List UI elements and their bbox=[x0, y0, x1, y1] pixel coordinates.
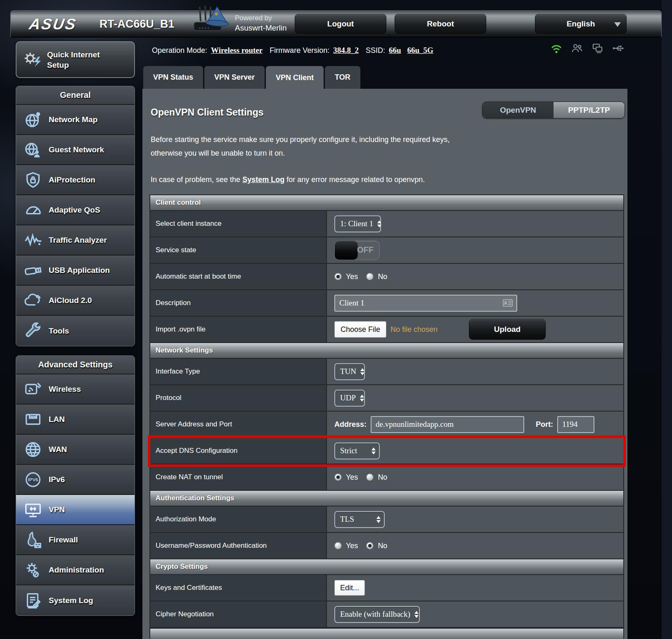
tab-vpn-client[interactable]: VPN Client bbox=[266, 66, 324, 90]
chevron-down-icon bbox=[614, 22, 621, 27]
vpn-type-switch: OpenVPN PPTP/L2TP bbox=[482, 102, 625, 118]
server-address-input[interactable] bbox=[371, 416, 524, 433]
intro-line1: Before starting the service make sure yo… bbox=[151, 133, 514, 147]
sidebar-item-label: LAN bbox=[49, 415, 65, 424]
server-port-input[interactable] bbox=[557, 416, 594, 433]
sidebar-item-lan[interactable]: LAN bbox=[16, 405, 135, 435]
row-label: Username/Password Authentication bbox=[150, 533, 327, 559]
openvpn-tab-button[interactable]: OpenVPN bbox=[483, 102, 554, 118]
reboot-button[interactable]: Reboot bbox=[395, 14, 486, 34]
radio-label: No bbox=[378, 542, 387, 550]
sidebar-item-adaptive-qos[interactable]: Adaptive QoS bbox=[16, 195, 135, 225]
edit-keys-button[interactable]: Edit... bbox=[334, 580, 365, 596]
system-log-link[interactable]: System Log bbox=[242, 175, 284, 184]
userpass-no-radio[interactable] bbox=[366, 542, 374, 549]
radio-label: Yes bbox=[346, 272, 358, 281]
select-arrows-icon bbox=[360, 368, 364, 375]
row-label: Accept DNS Configuration bbox=[150, 438, 327, 464]
description-input[interactable] bbox=[334, 295, 517, 312]
log-document-icon bbox=[24, 591, 43, 610]
choose-file-button[interactable]: Choose File bbox=[334, 321, 386, 338]
userpass-yes-radio[interactable] bbox=[334, 542, 342, 549]
top-banner: ASUS RT-AC66U_B1 Powered by Asuswrt-Merl… bbox=[10, 10, 662, 38]
tab-tor[interactable]: TOR bbox=[325, 66, 360, 89]
logout-button[interactable]: Logout bbox=[295, 14, 386, 34]
row-label: Interface Type bbox=[150, 359, 327, 384]
accept-dns-row-highlighted: Accept DNS Configuration Strict bbox=[150, 438, 623, 464]
vpn-tab-bar: VPN Status VPN Server VPN Client TOR bbox=[143, 66, 360, 90]
create-nat-no-radio[interactable] bbox=[366, 473, 374, 481]
service-state-toggle[interactable]: OFF bbox=[334, 241, 380, 260]
upload-button[interactable]: Upload bbox=[469, 319, 546, 340]
wireless-signal-icon bbox=[24, 380, 43, 399]
contact-card-icon bbox=[502, 298, 513, 308]
quick-internet-setup-label: Quick Internet Setup bbox=[47, 50, 100, 70]
ssid-24g-link[interactable]: 66u bbox=[389, 46, 401, 55]
sidebar-item-label: Guest Network bbox=[49, 145, 104, 154]
row-label: Authorization Mode bbox=[150, 506, 327, 532]
sidebar-item-vpn[interactable]: VPN bbox=[16, 495, 135, 525]
cloud-icon bbox=[24, 291, 43, 310]
note-text: In case of problem, see the System Log f… bbox=[151, 175, 425, 184]
powered-by-block: Powered by Asuswrt-Merlin bbox=[235, 13, 287, 33]
crypto-settings-header: Crypto Settings bbox=[150, 559, 623, 575]
usb-status-icon[interactable] bbox=[612, 42, 625, 54]
sidebar-item-wan[interactable]: WAN bbox=[16, 435, 135, 465]
sidebar-item-label: Tools bbox=[49, 327, 69, 336]
row-label: Create NAT on tunnel bbox=[150, 464, 327, 490]
interface-type-select[interactable]: TUN bbox=[334, 363, 365, 380]
tab-vpn-server[interactable]: VPN Server bbox=[204, 66, 265, 89]
sidebar-item-label: AiProtection bbox=[49, 175, 95, 185]
cipher-negotiation-select[interactable]: Enable (with fallback) bbox=[334, 606, 420, 623]
radio-label: No bbox=[378, 473, 387, 482]
usb-drive-icon bbox=[24, 261, 43, 280]
tab-vpn-status[interactable]: VPN Status bbox=[143, 66, 203, 89]
auto-start-yes-radio[interactable] bbox=[334, 273, 342, 280]
pptp-l2tp-tab-button[interactable]: PPTP/L2TP bbox=[554, 102, 625, 118]
settings-table: Client control Select client instance 1:… bbox=[149, 194, 624, 639]
select-client-row: Select client instance 1: Client 1 bbox=[150, 211, 623, 237]
general-section: General Network Map Guest Network bbox=[16, 86, 135, 346]
sidebar-item-firewall[interactable]: Firewall bbox=[16, 525, 135, 555]
authentication-settings-header: Authentication Settings bbox=[150, 491, 623, 506]
select-arrows-icon bbox=[414, 611, 419, 618]
sidebar-item-label: AiCloud 2.0 bbox=[49, 296, 92, 305]
client-instance-select[interactable]: 1: Client 1 bbox=[334, 215, 381, 232]
sidebar-item-wireless[interactable]: Wireless bbox=[16, 374, 135, 405]
ssid-5g-link[interactable]: 66u_5G bbox=[407, 46, 433, 55]
general-section-title: General bbox=[16, 86, 135, 105]
status-icons bbox=[550, 42, 625, 54]
userpass-auth-row: Username/Password Authentication Yes No bbox=[150, 533, 623, 559]
accept-dns-select[interactable]: Strict bbox=[334, 443, 380, 459]
cipher-negotiation-row: Cipher Negotiation Enable (with fallback… bbox=[150, 601, 623, 628]
sidebar-item-network-map[interactable]: Network Map bbox=[16, 105, 135, 135]
sidebar-item-administration[interactable]: Administration bbox=[16, 555, 135, 585]
sidebar-item-usb-application[interactable]: USB Application bbox=[16, 256, 135, 286]
firmware-link[interactable]: 384.8_2 bbox=[333, 46, 359, 55]
sidebar-item-aiprotection[interactable]: AiProtection bbox=[16, 165, 135, 195]
create-nat-yes-radio[interactable] bbox=[334, 473, 342, 481]
radio-label: Yes bbox=[346, 473, 358, 482]
sidebar-item-traffic-analyzer[interactable]: Traffic Analyzer bbox=[16, 225, 135, 256]
wrench-icon bbox=[24, 322, 43, 341]
radio-label: Yes bbox=[346, 542, 358, 550]
sidebar-item-system-log[interactable]: System Log bbox=[16, 585, 135, 615]
sidebar-item-label: Network Map bbox=[49, 115, 97, 124]
sidebar-item-guest-network[interactable]: Guest Network bbox=[16, 135, 135, 165]
create-nat-row: Create NAT on tunnel Yes No bbox=[150, 464, 623, 491]
select-arrows-icon bbox=[377, 220, 381, 227]
protocol-select[interactable]: UDP bbox=[334, 390, 365, 407]
sidebar-item-ipv6[interactable]: IPV6 IPv6 bbox=[16, 465, 135, 495]
advanced-settings-title: Advanced Settings bbox=[16, 356, 135, 374]
language-dropdown[interactable]: English bbox=[535, 14, 627, 34]
clients-status-icon[interactable] bbox=[571, 42, 583, 54]
quick-internet-setup-button[interactable]: Quick Internet Setup bbox=[16, 41, 135, 78]
wifi-status-icon[interactable] bbox=[550, 42, 563, 54]
sidebar-item-tools[interactable]: Tools bbox=[16, 316, 135, 346]
devices-status-icon[interactable] bbox=[592, 42, 604, 54]
operation-mode-link[interactable]: Wireless router bbox=[211, 46, 263, 55]
sidebar-item-aicloud[interactable]: AiCloud 2.0 bbox=[16, 286, 135, 316]
authorization-mode-select[interactable]: TLS bbox=[334, 511, 385, 528]
auto-start-no-radio[interactable] bbox=[366, 273, 374, 280]
asus-logo: ASUS bbox=[28, 16, 78, 33]
